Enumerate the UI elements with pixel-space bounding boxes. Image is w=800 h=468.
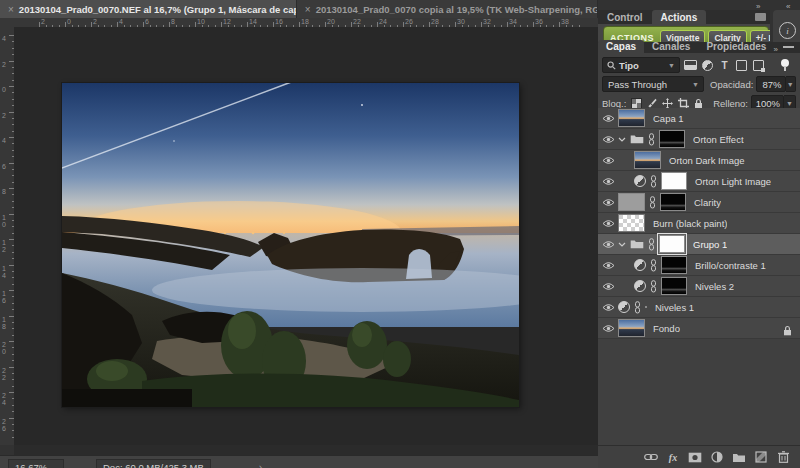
visibility-toggle[interactable] [598,114,618,123]
close-icon[interactable]: × [8,4,14,15]
status-options-arrow[interactable]: › [259,462,262,468]
layer-row-9[interactable]: Niveles 2 [598,276,800,297]
link-mask-icon[interactable] [650,175,657,188]
layer-mask-thumbnail[interactable] [659,130,685,148]
filter-shape-layers-icon[interactable] [735,60,748,71]
filter-smart-object-icon[interactable] [752,60,765,71]
visibility-toggle[interactable] [598,219,618,228]
eye-icon[interactable] [602,282,615,291]
filter-pixel-layers-icon[interactable] [684,60,697,71]
doc-tab-1[interactable]: × 20130104_Prad0_0070.NEF al 16,7% (Grup… [0,0,297,18]
tab-capas[interactable]: Capas [598,40,644,53]
eye-icon[interactable] [602,135,615,144]
layer-row-11[interactable]: Fondo [598,318,800,339]
lock-paint-icon[interactable] [647,98,657,109]
tab-propiedades[interactable]: Propiedades [698,40,774,53]
layer-thumbnail[interactable] [618,319,645,337]
eye-icon[interactable] [602,240,615,249]
lock-artboard-icon[interactable] [678,98,689,109]
visibility-toggle[interactable] [598,261,618,270]
layer-row-7[interactable]: Grupo 1 [598,234,800,255]
eye-icon[interactable] [602,303,615,312]
adjustment-layer-icon[interactable] [634,175,646,187]
zoom-level-field[interactable]: 16,67% [8,459,64,468]
layer-thumbnail[interactable] [618,193,645,211]
visibility-toggle[interactable] [598,324,618,333]
layer-mask-thumbnail[interactable] [645,306,647,308]
lock-all-icon[interactable] [694,98,703,109]
layer-filter-dropdown[interactable]: Tipo ▼ [602,57,680,73]
panel-menu-icon[interactable] [755,13,766,21]
chevron-down-icon[interactable] [618,137,626,142]
opacity-field[interactable]: 87% [756,76,785,92]
layer-row-5[interactable]: Clarity [598,192,800,213]
tab-control[interactable]: Control [598,10,652,24]
visibility-toggle[interactable] [598,240,618,249]
layer-row-3[interactable]: Orton Dark Image [598,150,800,171]
add-layer-mask-icon[interactable] [688,450,702,464]
visibility-toggle[interactable] [598,303,618,312]
eye-icon[interactable] [602,156,615,165]
layer-row-2[interactable]: Orton Effect [598,129,800,150]
new-group-icon[interactable] [732,450,746,464]
link-mask-icon[interactable] [634,301,641,314]
new-adjustment-layer-icon[interactable] [710,450,724,464]
adjustment-layer-icon[interactable] [634,259,646,271]
blend-mode-dropdown[interactable]: Pass Through ▼ [602,76,704,92]
eye-icon[interactable] [602,324,615,333]
link-mask-icon[interactable] [648,133,655,146]
document-canvas[interactable] [14,27,598,445]
adjustment-layer-icon[interactable] [634,280,646,292]
doc-tab-2[interactable]: × 20130104_Prad0_0070 copia al 19,5% (TK… [297,0,598,18]
visibility-toggle[interactable] [598,198,618,207]
new-layer-icon[interactable] [754,450,768,464]
visibility-toggle[interactable] [598,177,618,186]
layer-row-8[interactable]: Brillo/contraste 1 [598,255,800,276]
tab-canales[interactable]: Canales [644,40,698,53]
layer-name: Clarity [694,197,721,208]
link-mask-icon[interactable] [650,259,657,272]
layer-thumbnail[interactable] [618,214,645,232]
link-layers-icon[interactable] [644,450,658,464]
close-icon[interactable]: × [305,4,311,15]
layer-mask-thumbnail[interactable] [660,193,686,211]
layer-mask-thumbnail[interactable] [661,172,687,190]
delete-layer-icon[interactable] [776,450,790,464]
tab-actions[interactable]: Actions [652,10,707,24]
adjustment-layer-icon[interactable] [618,301,630,313]
layer-style-fx-icon[interactable]: fx [666,450,680,464]
layer-mask-thumbnail[interactable] [661,277,687,295]
filter-type-layers-icon[interactable]: T [718,60,731,71]
visibility-toggle[interactable] [598,282,618,291]
link-mask-icon[interactable] [648,238,655,251]
opacity-value: 87% [762,79,781,90]
photo-image[interactable] [62,83,519,407]
layer-row-1[interactable]: Capa 1 [598,108,800,129]
visibility-toggle[interactable] [598,135,618,144]
layer-row-6[interactable]: Burn (black paint) [598,213,800,234]
link-mask-icon[interactable] [650,280,657,293]
layer-row-4[interactable]: Orton Light Image [598,171,800,192]
eye-icon[interactable] [602,177,615,186]
eye-icon[interactable] [602,261,615,270]
opacity-dropdown-icon[interactable]: ▼ [786,76,797,92]
scrollbar-strip[interactable] [14,445,598,455]
eye-icon[interactable] [602,198,615,207]
link-mask-icon[interactable] [649,196,656,209]
layer-thumbnail[interactable] [618,109,645,127]
eye-icon[interactable] [602,219,615,228]
info-panel-icon[interactable]: i [779,22,796,39]
eye-icon[interactable] [602,114,615,123]
filter-toggle-icon[interactable] [781,59,789,71]
layer-row-10[interactable]: Niveles 1 [598,297,800,318]
layer-mask-thumbnail[interactable] [661,256,687,274]
filter-adjustment-layers-icon[interactable] [701,60,714,71]
document-size-value: Doc: 60,0 MB/425,3 MB [103,462,204,468]
visibility-toggle[interactable] [598,156,618,165]
lock-position-icon[interactable] [662,98,673,109]
chevron-down-icon[interactable] [618,242,626,247]
layer-mask-thumbnail[interactable] [659,235,685,253]
layer-name: Brillo/contraste 1 [695,260,766,271]
lock-transparency-icon[interactable] [631,98,642,109]
layer-thumbnail[interactable] [634,151,661,169]
